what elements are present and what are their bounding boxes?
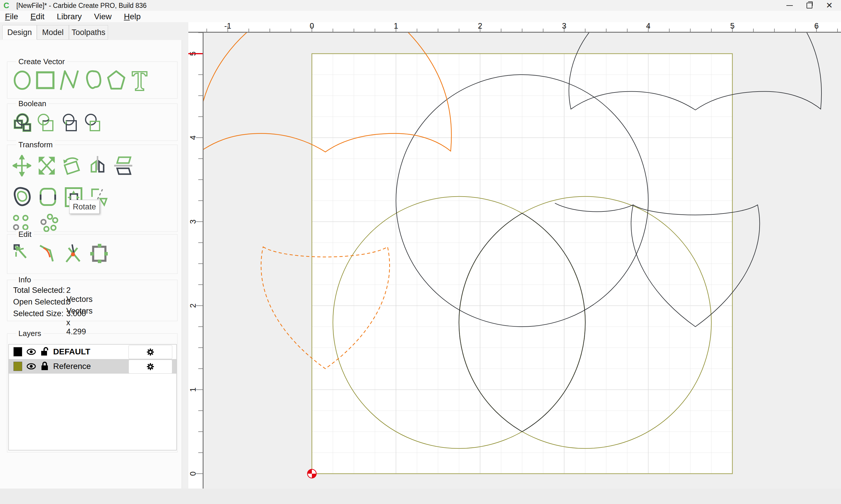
polygon-tool-icon[interactable] <box>107 69 126 91</box>
menu-library[interactable]: Library <box>57 12 82 21</box>
layer-color-swatch[interactable] <box>14 362 22 371</box>
svg-text:4: 4 <box>189 135 198 140</box>
layer-settings-button[interactable] <box>128 345 172 359</box>
curve-tool-icon[interactable] <box>84 69 102 91</box>
info-group: Info Total Selected:2 Vectors Open Selec… <box>7 280 177 321</box>
design-panel: Create Vector Boolean <box>0 40 182 488</box>
status-strip <box>0 488 841 504</box>
move-tool-icon[interactable] <box>13 155 31 177</box>
menu-file[interactable]: File <box>5 12 18 21</box>
layer-name: Reference <box>53 362 91 371</box>
transform-group: Transform <box>7 145 177 232</box>
text-tool-icon[interactable] <box>131 69 149 91</box>
svg-text:-1: -1 <box>224 22 231 30</box>
trim-tool-icon[interactable] <box>64 243 83 264</box>
boolean-subtract-back-icon[interactable] <box>83 113 101 133</box>
svg-text:5: 5 <box>730 22 734 30</box>
left-ruler: 012345 <box>188 33 204 488</box>
transform-label: Transform <box>16 140 55 149</box>
mirror-tool-icon[interactable] <box>88 155 107 177</box>
layer-settings-button[interactable] <box>128 360 172 374</box>
eye-icon[interactable] <box>26 363 36 370</box>
create-vector-group: Create Vector <box>7 61 177 98</box>
layer-row-default[interactable]: DEFAULT <box>9 344 176 359</box>
flip-tool-icon[interactable] <box>114 155 133 177</box>
menu-bar: FileEditLibraryViewHelp <box>0 11 841 22</box>
boolean-label: Boolean <box>16 99 49 108</box>
window-title: [NewFile]* - Carbide Create PRO, Build 8… <box>16 2 147 10</box>
offset-tool-icon[interactable] <box>13 186 32 208</box>
edit-group: Edit <box>7 234 177 274</box>
svg-text:3: 3 <box>189 219 198 224</box>
layer-color-swatch[interactable] <box>14 347 22 356</box>
svg-text:1: 1 <box>394 22 398 30</box>
boolean-union-icon[interactable] <box>13 113 31 133</box>
grid-array-tool-icon[interactable] <box>13 214 31 231</box>
restore-button[interactable] <box>800 0 819 11</box>
tab-toolpaths[interactable]: Toolpaths <box>69 25 108 40</box>
svg-text:1: 1 <box>189 387 198 392</box>
layer-row-reference[interactable]: Reference <box>9 359 176 374</box>
left-panel: DesignModelToolpaths Create Vector Boole… <box>0 22 188 488</box>
info-open-selected: Open Selected:0 Vectors <box>13 298 67 307</box>
info-selected-size: Selected Size:3.000 x 4.299 <box>13 309 64 318</box>
tab-design[interactable]: Design <box>2 25 37 40</box>
polyline-tool-icon[interactable] <box>59 69 80 91</box>
rotate-tooltip: Rotate <box>69 200 100 214</box>
edit-label: Edit <box>16 230 34 239</box>
bounding-box-tool-icon[interactable] <box>90 243 109 264</box>
eye-icon[interactable] <box>26 348 36 355</box>
carbide-create-window: C [NewFile]* - Carbide Create PRO, Build… <box>0 0 841 504</box>
layers-list: DEFAULTReference <box>8 344 177 450</box>
rectangle-tool-icon[interactable] <box>36 69 55 91</box>
app-logo-icon: C <box>3 1 9 10</box>
title-bar: C [NewFile]* - Carbide Create PRO, Build… <box>0 0 841 11</box>
circular-array-tool-icon[interactable] <box>40 214 59 232</box>
menu-edit[interactable]: Edit <box>30 12 45 21</box>
tab-bar: DesignModelToolpaths <box>2 25 108 40</box>
gear-icon <box>146 362 155 371</box>
svg-text:0: 0 <box>189 471 198 476</box>
rotate-tool-icon[interactable] <box>62 155 82 177</box>
lock-icon[interactable] <box>40 361 49 371</box>
round-corner-tool-icon[interactable] <box>38 186 57 208</box>
layer-name: DEFAULT <box>53 347 90 356</box>
layers-label: Layers <box>16 329 44 338</box>
menu-help[interactable]: Help <box>124 12 141 21</box>
layers-group: Layers DEFAULTReference <box>7 334 177 452</box>
boolean-intersect-icon[interactable] <box>36 113 55 133</box>
svg-text:2: 2 <box>478 22 482 30</box>
svg-text:3: 3 <box>562 22 566 30</box>
circle-tool-icon[interactable] <box>13 69 31 91</box>
info-label: Info <box>16 275 33 284</box>
node-edit-tool-icon[interactable] <box>13 243 32 264</box>
top-ruler: -10123456 <box>188 22 841 33</box>
restore-icon <box>807 3 812 8</box>
tab-model[interactable]: Model <box>37 25 69 40</box>
boolean-group: Boolean <box>7 104 177 141</box>
minimize-button[interactable] <box>780 0 800 11</box>
close-button[interactable]: ✕ <box>819 0 839 11</box>
scale-tool-icon[interactable] <box>38 155 56 177</box>
menu-view[interactable]: View <box>94 12 111 21</box>
boolean-subtract-front-icon[interactable] <box>60 113 78 133</box>
svg-text:0: 0 <box>310 22 314 30</box>
svg-text:4: 4 <box>646 22 650 30</box>
create-vector-label: Create Vector <box>16 57 67 66</box>
minimize-icon <box>786 5 793 6</box>
svg-text:6: 6 <box>814 22 819 30</box>
unlock-icon[interactable] <box>40 347 49 357</box>
design-canvas[interactable] <box>204 33 841 488</box>
svg-text:2: 2 <box>189 303 198 308</box>
gear-icon <box>146 348 155 356</box>
close-icon: ✕ <box>826 1 833 10</box>
info-total-selected: Total Selected:2 Vectors <box>13 286 65 295</box>
fillet-tool-icon[interactable] <box>38 243 57 264</box>
